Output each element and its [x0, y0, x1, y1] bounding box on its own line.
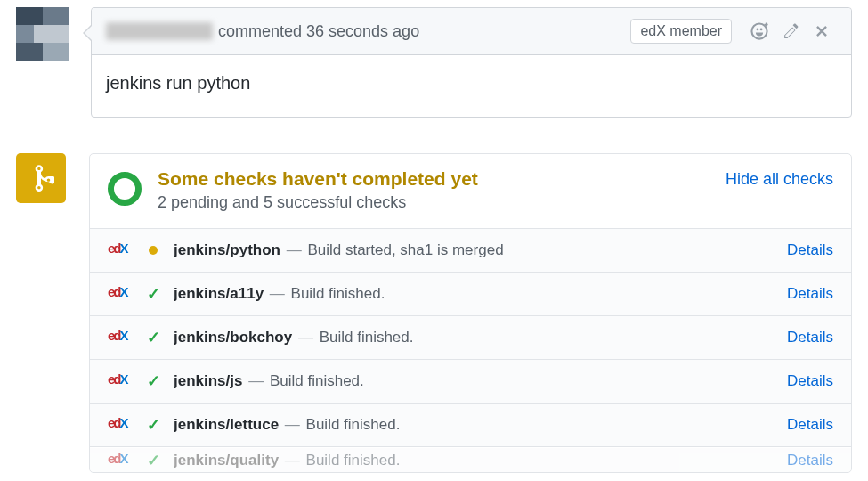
edit-icon[interactable] — [783, 23, 799, 39]
check-app-icon: edX — [108, 328, 129, 347]
check-description: jenkins/lettuce — Build finished. — [174, 416, 776, 434]
check-context: jenkins/python — [174, 241, 280, 258]
check-app-icon: edX — [108, 371, 129, 391]
check-row: edX✓jenkins/quality — Build finished.Det… — [90, 448, 851, 473]
check-app-icon: edX — [108, 451, 129, 470]
check-description: jenkins/python — Build started, sha1 is … — [174, 241, 776, 259]
comment-box: commented 36 seconds ago edX member jenk… — [91, 7, 852, 118]
checks-subtitle: 2 pending and 5 successful checks — [158, 193, 726, 212]
check-context: jenkins/a11y — [174, 285, 264, 302]
check-context: jenkins/js — [174, 372, 242, 389]
check-row: edX✓jenkins/js — Build finished.Details — [90, 360, 851, 404]
check-context: jenkins/quality — [174, 452, 279, 469]
merge-checks-panel: Some checks haven't completed yet 2 pend… — [16, 153, 852, 473]
check-context: jenkins/bokchoy — [174, 329, 292, 346]
details-link[interactable]: Details — [787, 285, 833, 303]
comment-timestamp: commented 36 seconds ago — [218, 22, 419, 41]
check-app-icon: edX — [108, 415, 129, 435]
check-description: jenkins/js — Build finished. — [174, 372, 776, 390]
details-link[interactable]: Details — [787, 452, 833, 469]
check-icon: ✓ — [145, 371, 161, 391]
details-link[interactable]: Details — [787, 372, 833, 390]
checks-summary: Some checks haven't completed yet 2 pend… — [90, 154, 851, 228]
check-app-icon: edX — [108, 284, 129, 304]
merge-status-icon — [16, 153, 66, 203]
check-context: jenkins/lettuce — [174, 416, 279, 433]
add-reaction-icon[interactable] — [750, 21, 769, 41]
comment-body: jenkins run python — [92, 55, 851, 117]
hide-all-checks-link[interactable]: Hide all checks — [726, 170, 833, 189]
check-row: edX✓jenkins/bokchoy — Build finished.Det… — [90, 316, 851, 360]
comment: commented 36 seconds ago edX member jenk… — [16, 7, 852, 118]
check-icon: ✓ — [145, 328, 161, 347]
check-icon: ✓ — [145, 284, 161, 304]
checks-title: Some checks haven't completed yet — [158, 168, 726, 190]
details-link[interactable]: Details — [787, 329, 833, 346]
pending-dot-icon — [145, 246, 161, 255]
check-description: jenkins/bokchoy — Build finished. — [174, 329, 776, 346]
comment-header: commented 36 seconds ago edX member — [92, 8, 851, 55]
check-row: edX✓jenkins/a11y — Build finished.Detail… — [90, 273, 851, 316]
check-row: edXjenkins/python — Build started, sha1 … — [90, 229, 851, 273]
check-description: jenkins/quality — Build finished. — [174, 452, 776, 469]
check-row: edX✓jenkins/lettuce — Build finished.Det… — [90, 404, 851, 447]
check-description: jenkins/a11y — Build finished. — [174, 285, 776, 303]
author-name-redacted[interactable] — [106, 22, 213, 40]
check-icon: ✓ — [145, 415, 161, 435]
check-icon: ✓ — [145, 451, 161, 470]
member-badge: edX member — [630, 19, 732, 44]
details-link[interactable]: Details — [787, 416, 833, 434]
status-donut-icon — [108, 172, 142, 206]
details-link[interactable]: Details — [787, 241, 833, 259]
checks-list: edXjenkins/python — Build started, sha1 … — [90, 228, 851, 472]
check-app-icon: edX — [108, 240, 129, 260]
avatar[interactable] — [16, 7, 69, 61]
close-icon[interactable] — [814, 23, 830, 39]
